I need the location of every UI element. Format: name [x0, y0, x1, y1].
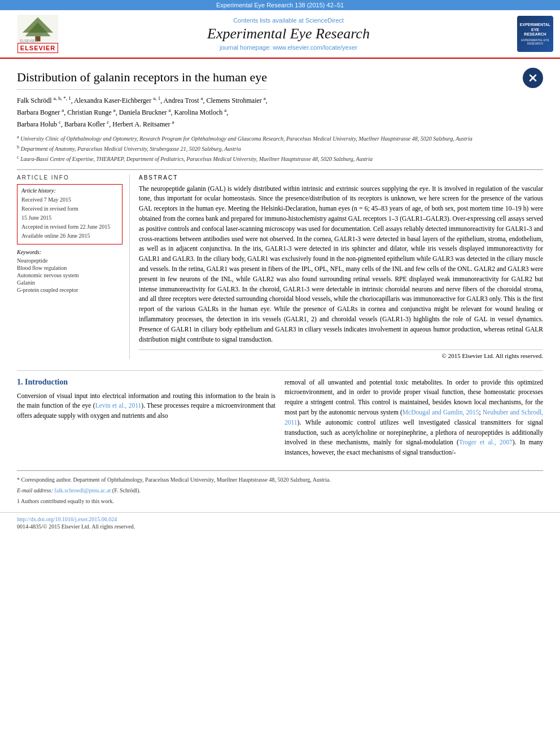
article-info-heading: ARTICLE INFO — [17, 174, 123, 181]
badge-subtext: EXPERIMENTAL EYE RESEARCH — [519, 38, 551, 45]
intro-heading: 1. Introduction — [17, 378, 275, 387]
badge-line1: EXPERIMENTAL — [520, 23, 550, 27]
main-content: Distribution of galanin receptors in the… — [0, 59, 560, 505]
affiliation-b: b Department of Anatomy, Paracelsus Medi… — [17, 144, 543, 153]
introduction-section: 1. Introduction Conversion of visual inp… — [17, 370, 543, 506]
elsevier-logo-area: ELSEVIER ELSEVIER — [7, 15, 69, 53]
footnotes-area: * Corresponding author. Department of Op… — [17, 470, 543, 505]
history-revised-label: Received in revised form — [21, 205, 118, 213]
issn-line: 0014-4835/© 2015 Elsevier Ltd. All right… — [17, 523, 543, 530]
equal-contrib-note: 1 Authors contributed equally to this wo… — [17, 497, 543, 505]
authors-list: Falk Schrödl a, b, *, 1, Alexandra Kaser… — [17, 94, 543, 130]
keyword-neuropeptide: Neuropeptide — [17, 257, 123, 264]
keyword-gprotein: G-protein coupled receptor — [17, 287, 123, 293]
title-row: Distribution of galanin receptors in the… — [17, 65, 543, 94]
eye-research-badge-area: EXPERIMENTAL EYE RESEARCH EXPERIMENTAL E… — [508, 16, 553, 52]
equal-contrib-text: 1 Authors contributed equally to this wo… — [17, 498, 114, 504]
doi-line: http://dx.doi.org/10.1016/j.exer.2015.06… — [17, 516, 543, 522]
keywords-title: Keywords: — [17, 249, 123, 255]
affiliation-a: a University Clinic of Ophthalmology and… — [17, 134, 543, 143]
history-title: Article history: — [21, 187, 118, 194]
homepage-link[interactable]: www.elsevier.com/locate/yexer — [273, 44, 357, 51]
journal-title: Experimental Eye Research — [75, 25, 502, 42]
intro-left-text: Conversion of visual input into electric… — [17, 391, 275, 421]
abstract-heading: ABSTRACT — [139, 174, 543, 181]
sciencedirect-link[interactable]: ScienceDirect — [305, 17, 344, 24]
article-history-box: Article history: Received 7 May 2015 Rec… — [17, 184, 123, 244]
email-attribution: (F. Schrödl). — [112, 487, 141, 493]
corresponding-author-note: * Corresponding author. Department of Op… — [17, 475, 543, 484]
intro-right-column: removal of all unwanted and potential to… — [285, 378, 543, 462]
badge-line3: RESEARCH — [524, 32, 546, 37]
history-received: Received 7 May 2015 — [21, 196, 118, 204]
keyword-galanin: Galanin — [17, 279, 123, 286]
keyword-autonomic: Autonomic nervous system — [17, 272, 123, 278]
corresponding-label: * Corresponding author. Department of Op… — [17, 477, 331, 483]
keywords-section: Keywords: Neuropeptide Blood flow regula… — [17, 249, 123, 293]
sciencedirect-text: Contents lists available at ScienceDirec… — [75, 17, 502, 24]
ref-troger[interactable]: Troger et al., 2007 — [459, 439, 513, 445]
copyright-notice: © 2015 Elsevier Ltd. All rights reserved… — [139, 350, 543, 359]
introduction-body: 1. Introduction Conversion of visual inp… — [17, 378, 543, 462]
journal-homepage: journal homepage: www.elsevier.com/locat… — [75, 44, 502, 51]
journal-center-info: Contents lists available at ScienceDirec… — [69, 17, 508, 51]
crossmark-badge[interactable] — [523, 68, 543, 88]
article-info-abstract-section: ARTICLE INFO Article history: Received 7… — [17, 169, 543, 359]
email-label: E-mail address: — [17, 487, 53, 493]
ref-mcdougal[interactable]: McDougal and Gamlin, 2015 — [403, 409, 479, 416]
history-online: Available online 26 June 2015 — [21, 232, 118, 240]
affiliations-list: a University Clinic of Ophthalmology and… — [17, 134, 543, 164]
bottom-bar: http://dx.doi.org/10.1016/j.exer.2015.06… — [0, 512, 560, 533]
journal-volume-info: Experimental Eye Research 138 (2015) 42–… — [0, 0, 560, 10]
ref-levin[interactable]: Levin et al., 2011 — [95, 402, 142, 409]
svg-text:ELSEVIER: ELSEVIER — [20, 39, 38, 43]
abstract-text: The neuropeptide galanin (GAL) is widely… — [139, 184, 543, 345]
crossmark-icon — [526, 71, 540, 85]
email-note: E-mail address: falk.schroedl@pmu.ac.at … — [17, 486, 543, 495]
doi-link[interactable]: http://dx.doi.org/10.1016/j.exer.2015.06… — [17, 516, 117, 522]
keyword-blood-flow: Blood flow regulation — [17, 265, 123, 271]
abstract-column: ABSTRACT The neuropeptide galanin (GAL) … — [139, 174, 543, 359]
intro-left-column: 1. Introduction Conversion of visual inp… — [17, 378, 275, 462]
journal-tree-image: ELSEVIER — [15, 15, 60, 43]
email-link[interactable]: falk.schroedl@pmu.ac.at — [54, 487, 111, 493]
volume-text: Experimental Eye Research 138 (2015) 42–… — [216, 2, 344, 8]
intro-right-text: removal of all unwanted and potential to… — [285, 378, 543, 458]
eye-research-badge: EXPERIMENTAL EYE RESEARCH EXPERIMENTAL E… — [517, 16, 553, 52]
journal-header: ELSEVIER ELSEVIER Contents lists availab… — [0, 10, 560, 59]
article-info-column: ARTICLE INFO Article history: Received 7… — [17, 174, 130, 359]
history-revised-date: 15 June 2015 — [21, 214, 118, 222]
article-title: Distribution of galanin receptors in the… — [17, 70, 267, 90]
elsevier-wordmark: ELSEVIER — [18, 43, 58, 53]
affiliation-c: c Laura-Bassi Centre of Expertise, THERA… — [17, 154, 543, 163]
badge-line2: EYE — [531, 28, 539, 32]
history-accepted: Accepted in revised form 22 June 2015 — [21, 223, 118, 231]
